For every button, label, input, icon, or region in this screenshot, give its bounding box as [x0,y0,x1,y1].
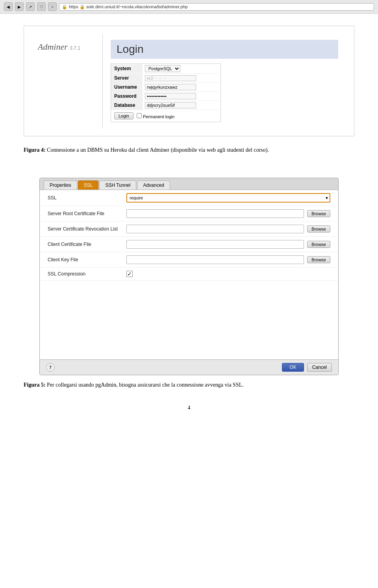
server-row: Server [111,74,220,83]
username-label: Username [111,83,143,91]
client-key-row: Client Key File Browse [40,252,338,268]
client-cert-label: Client Certificate File [48,242,126,247]
server-root-cert-label: Server Root Certificate File [48,211,126,216]
tab-ssh-tunnel[interactable]: SSH Tunnel [99,180,136,190]
server-root-cert-row: Server Root Certificate File Browse [40,206,338,221]
server-crl-label: Server Certificate Revocation List [48,226,126,232]
username-value [143,83,198,91]
figure5-label: Figura 5: [24,382,46,388]
client-key-browse-button[interactable]: Browse [307,256,330,263]
dialog-action-buttons: OK Cancel [282,363,332,372]
ssl-mode-control: require disable allow prefer verify-ca v… [126,193,330,203]
database-label: Database [111,101,143,110]
system-row: System PostgreSQL [111,64,220,74]
figure4-caption: Figura 4: Connessione a un DBMS su Herok… [24,146,354,154]
ssl-mode-label: SSL [48,195,126,201]
figure4-label: Figura 4: [24,147,46,153]
adminer-right-panel: Login System PostgreSQL Server [103,34,346,128]
ssl-compression-row: SSL Compression ✓ [40,268,338,281]
adminer-left-panel: Adminer 3.7.1 [32,34,103,128]
server-root-cert-control: Browse [126,209,330,218]
login-form: System PostgreSQL Server Username [111,63,221,122]
client-key-input[interactable] [126,255,304,264]
system-select[interactable]: PostgreSQL [145,65,180,72]
figure5-outer: Properties SSL SSH Tunnel Advanced SSL r… [39,178,339,375]
forward-button[interactable]: ▶ [15,2,24,11]
tab-advanced[interactable]: Advanced [137,180,170,190]
figure5-text: Per collegarsi usando pgAdmin, bisogna a… [46,382,244,388]
login-footer: Login Permanent login [111,110,220,122]
client-cert-browse-button[interactable]: Browse [307,241,330,248]
login-button[interactable]: Login [114,112,133,119]
username-input[interactable] [145,84,196,90]
bookmark-button[interactable]: ♡ [37,2,46,11]
pgadmin-dialog: Properties SSL SSH Tunnel Advanced SSL r… [39,178,339,375]
username-row: Username [111,83,220,92]
server-crl-control: Browse [126,225,330,233]
adminer-version: 3.7.1 [70,45,80,51]
password-input[interactable] [145,93,196,99]
page-content: Adminer 3.7.1 Login System PostgreSQL Se… [0,14,378,427]
lock-icon: 🔒 [62,4,67,9]
password-value [143,92,198,100]
url-text: https 🔒 sole.dimi.uniud.it/~nicola.vitac… [69,4,188,9]
figure4-text: Connessione a un DBMS su Heroku dal clie… [46,147,269,153]
permanent-login-checkbox[interactable] [137,113,142,118]
server-crl-browse-button[interactable]: Browse [307,225,330,233]
adminer-logo: Adminer 3.7.1 [38,42,80,52]
page-number: 4 [24,405,354,411]
ssl-select-wrap: require disable allow prefer verify-ca v… [126,193,330,203]
ssl-mode-select[interactable]: require disable allow prefer verify-ca v… [126,193,330,203]
tab-properties[interactable]: Properties [44,180,77,190]
dialog-body: SSL require disable allow prefer verify-… [40,190,338,359]
permanent-login-label: Permanent login [137,113,174,119]
password-row: Password [111,92,220,101]
client-cert-row: Client Certificate File Browse [40,237,338,252]
ssl-compression-checkbox[interactable]: ✓ [126,271,133,277]
database-input[interactable] [145,102,196,108]
figure4-container: Adminer 3.7.1 Login System PostgreSQL Se… [24,26,354,136]
server-crl-input[interactable] [126,225,304,233]
ok-button[interactable]: OK [282,363,304,372]
help-button[interactable]: ? [46,363,55,372]
ssl-mode-row: SSL require disable allow prefer verify-… [40,190,338,206]
server-label: Server [111,74,143,82]
client-cert-control: Browse [126,240,330,249]
tab-ssl[interactable]: SSL [78,180,99,190]
server-value [143,74,198,82]
system-label: System [111,64,143,73]
system-value: PostgreSQL [143,64,183,73]
server-root-cert-input[interactable] [126,209,304,218]
database-value [143,101,198,110]
client-key-label: Client Key File [48,257,126,262]
client-cert-input[interactable] [126,240,304,249]
login-title: Login [111,40,338,59]
add-tab-button[interactable]: + [48,2,57,11]
server-root-cert-browse-button[interactable]: Browse [307,210,330,217]
dialog-empty-space [40,281,338,359]
dialog-footer: ? OK Cancel [40,359,338,375]
database-row: Database [111,101,220,110]
client-key-control: Browse [126,255,330,264]
cancel-button[interactable]: Cancel [307,363,332,372]
server-input[interactable] [145,75,196,81]
server-crl-row: Server Certificate Revocation List Brows… [40,221,338,237]
share-button[interactable]: ↗ [26,2,35,11]
figure5-caption: Figura 5: Per collegarsi usando pgAdmin,… [24,381,354,389]
back-button[interactable]: ◀ [4,2,13,11]
dialog-tabs: Properties SSL SSH Tunnel Advanced [40,178,338,190]
ssl-compression-control: ✓ [126,271,330,277]
address-bar: 🔒 https 🔒 sole.dimi.uniud.it/~nicola.vit… [59,3,374,11]
ssl-compression-label: SSL Compression [48,271,126,277]
password-label: Password [111,92,143,100]
browser-chrome: ◀ ▶ ↗ ♡ + 🔒 https 🔒 sole.dimi.uniud.it/~… [0,0,378,14]
